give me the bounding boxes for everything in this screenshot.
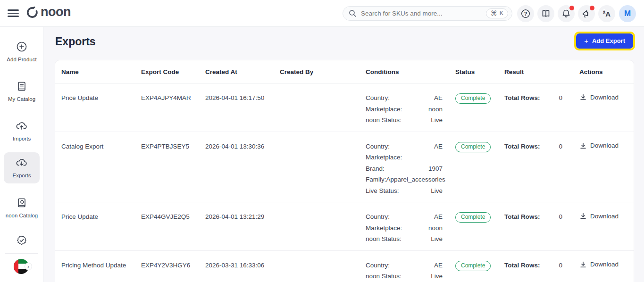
country-selector[interactable]: › <box>13 258 30 275</box>
export-code: EXP4Y2V3HGY6 <box>141 260 205 282</box>
col-header-created-by: Created By <box>280 68 366 75</box>
announcements-megaphone-icon <box>581 8 592 19</box>
noon-logo: noon <box>25 6 71 20</box>
translate-button[interactable]: x̄A <box>598 5 615 22</box>
status-badge: Complete <box>455 142 491 152</box>
plus-icon: + <box>584 37 588 45</box>
created-at: 2026-04-01 13:21:29 <box>205 211 280 245</box>
condition-line: noon Status:Live <box>366 115 443 126</box>
notification-dot <box>569 6 574 10</box>
status-cell: Complete <box>455 92 504 126</box>
created-at: 2026-04-01 13:30:36 <box>205 141 280 197</box>
sidebar: Add Product My Catalog Imports Exports <box>0 27 43 282</box>
docs-button[interactable] <box>537 5 554 22</box>
sidebar-item-imports[interactable]: Imports <box>4 116 40 147</box>
created-by <box>280 211 366 245</box>
condition-label: Country: <box>366 92 390 104</box>
docs-book-icon <box>541 8 551 19</box>
noon-logo-swoosh-icon <box>25 6 39 20</box>
conditions-cell: Country:AEMarketplace:noonnoon Status:Li… <box>366 92 455 126</box>
result-cell: Total Rows: 0 <box>504 260 579 282</box>
menu-hamburger-icon[interactable] <box>8 8 19 18</box>
condition-value: AE <box>434 211 443 223</box>
condition-line: Family:Apparel_accessories <box>366 174 443 185</box>
download-icon <box>579 261 587 268</box>
export-name: Price Update <box>61 92 141 126</box>
status-cell: Complete <box>455 260 504 282</box>
status-badge: Complete <box>455 212 491 223</box>
search-shortcut-badge: ⌘K <box>486 8 508 18</box>
download-label: Download <box>590 94 619 101</box>
condition-line: Brand:1907 <box>366 163 443 174</box>
sidebar-item-my-catalog[interactable]: My Catalog <box>4 76 40 107</box>
global-search[interactable]: ⌘K <box>343 6 512 21</box>
sidebar-item-noon-catalog[interactable]: noon Catalog <box>4 192 40 224</box>
condition-label: Live Status: <box>366 185 399 197</box>
brand-name: noon <box>41 6 71 20</box>
col-header-name: Name <box>61 68 141 75</box>
help-button[interactable]: ? <box>517 5 534 22</box>
table-body: Price Update EXP4AJPY4MAR 2026-04-01 16:… <box>55 83 634 282</box>
sidebar-divider <box>5 253 38 254</box>
sidebar-item-brand[interactable]: Brand <box>4 230 40 249</box>
created-at: 2026-04-01 16:17:50 <box>205 92 280 126</box>
sidebar-nav: Add Product My Catalog Imports Exports <box>0 27 43 249</box>
translate-icon: x̄A <box>603 10 611 17</box>
condition-label: Country: <box>366 141 390 152</box>
catalog-book-icon <box>16 80 28 92</box>
conditions-cell: Country:AEMarketplace:Brand:1907Family:A… <box>366 141 455 197</box>
col-header-conditions: Conditions <box>366 68 455 75</box>
download-button[interactable]: Download <box>579 261 619 268</box>
condition-line: Country:AE <box>366 211 443 223</box>
condition-value: Apparel_accessories <box>386 174 445 185</box>
export-code: EXP4AJPY4MAR <box>141 92 205 126</box>
condition-value: AE <box>434 141 443 152</box>
status-cell: Complete <box>455 211 504 245</box>
avatar-initial: M <box>624 9 631 18</box>
created-by <box>280 260 366 282</box>
condition-line: Country:AE <box>366 260 443 271</box>
announcements-button[interactable] <box>578 5 595 22</box>
announcement-dot <box>590 6 594 10</box>
condition-line: Marketplace:noon <box>366 104 443 115</box>
condition-line: noon Status:Live <box>366 271 443 282</box>
export-code: EXP44GVJE2Q5 <box>141 211 205 245</box>
condition-label: noon Status: <box>366 271 401 282</box>
condition-line: Live Status:Live <box>366 185 443 197</box>
conditions-cell: Country:AEnoon Status:Live <box>366 260 455 282</box>
result-label: Total Rows: <box>504 141 540 152</box>
help-icon: ? <box>520 8 531 19</box>
sidebar-item-exports[interactable]: Exports <box>4 152 40 183</box>
total-rows-value: 0 <box>559 260 562 271</box>
download-icon <box>579 93 587 101</box>
status-cell: Complete <box>455 141 504 197</box>
search-icon <box>349 9 357 17</box>
download-button[interactable]: Download <box>579 212 619 220</box>
download-button[interactable]: Download <box>579 142 619 149</box>
total-rows-value: 0 <box>559 141 562 152</box>
condition-line: Country:AE <box>366 92 443 104</box>
download-label: Download <box>590 213 619 220</box>
export-code: EXP4PTBJSEY5 <box>141 141 205 197</box>
user-avatar[interactable]: M <box>619 5 636 22</box>
result-label: Total Rows: <box>504 211 540 223</box>
download-label: Download <box>590 261 619 268</box>
total-rows-value: 0 <box>559 92 562 104</box>
total-rows-value: 0 <box>559 211 562 223</box>
add-export-button[interactable]: + Add Export <box>576 33 633 49</box>
condition-label: Marketplace: <box>366 152 402 163</box>
condition-label: noon Status: <box>366 233 401 245</box>
add-export-highlight: + Add Export <box>574 32 635 50</box>
download-button[interactable]: Download <box>579 93 619 101</box>
notifications-bell-icon <box>561 8 571 19</box>
export-name: Price Update <box>61 211 141 245</box>
actions-cell: Download <box>579 260 634 282</box>
sidebar-item-add-product[interactable]: Add Product <box>4 36 40 67</box>
condition-line: Marketplace:noon <box>366 223 443 234</box>
search-input[interactable] <box>361 10 486 17</box>
actions-cell: Download <box>579 92 634 126</box>
conditions-cell: Country:AEMarketplace:noonnoon Status:Li… <box>366 211 455 245</box>
notifications-button[interactable] <box>558 5 575 22</box>
condition-label: Family: <box>366 174 386 185</box>
download-icon <box>579 212 587 220</box>
